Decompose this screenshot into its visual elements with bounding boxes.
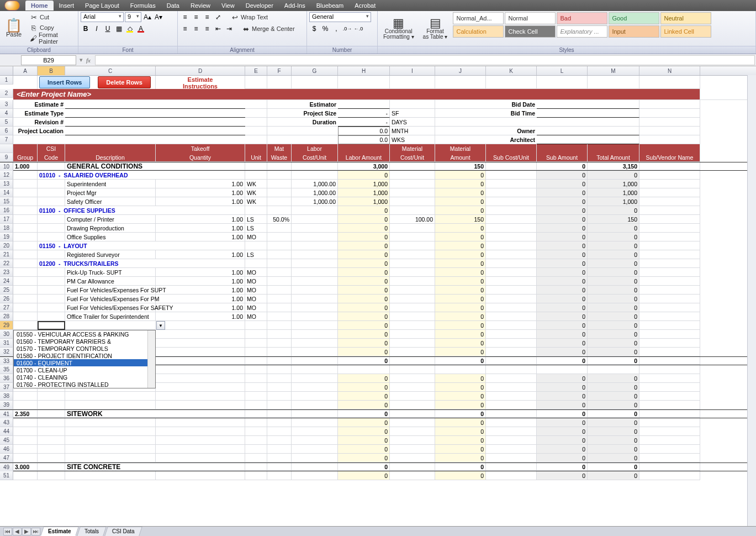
row-header-37[interactable]: 37 bbox=[0, 383, 13, 392]
align-bottom[interactable]: ≡ bbox=[202, 12, 212, 22]
row-header-9[interactable]: 9 bbox=[0, 153, 13, 162]
row-header-18[interactable]: 18 bbox=[0, 224, 13, 233]
col-header-C[interactable]: C bbox=[65, 66, 156, 75]
row-header-31[interactable]: 31 bbox=[0, 339, 13, 348]
ribbon-tab-review[interactable]: Review bbox=[185, 1, 216, 10]
ribbon-tab-page-layout[interactable]: Page Layout bbox=[80, 1, 125, 10]
number-format-dropdown[interactable]: General bbox=[309, 12, 371, 22]
row-header-3[interactable]: 3 bbox=[0, 100, 13, 109]
select-all-corner[interactable] bbox=[0, 66, 13, 75]
row-header-24[interactable]: 24 bbox=[0, 277, 13, 286]
cell-style-input[interactable]: Input bbox=[609, 25, 659, 38]
row-header-33[interactable]: 33 bbox=[0, 357, 13, 366]
cell-style-neutral[interactable]: Neutral bbox=[660, 12, 711, 24]
row-header-17[interactable]: 17 bbox=[0, 215, 13, 224]
row-header-[interactable] bbox=[0, 144, 13, 153]
col-header-K[interactable]: K bbox=[486, 66, 537, 75]
col-header-G[interactable]: G bbox=[292, 66, 338, 75]
ribbon-tab-insert[interactable]: Insert bbox=[54, 1, 80, 10]
align-left[interactable]: ≡ bbox=[180, 24, 190, 34]
row-header-1[interactable]: 1 bbox=[0, 76, 13, 85]
ribbon-tab-home[interactable]: Home bbox=[25, 1, 54, 10]
row-header-47[interactable]: 47 bbox=[0, 454, 13, 463]
wrap-text-button[interactable]: ↩Wrap Text bbox=[229, 12, 269, 22]
row-header-39[interactable]: 39 bbox=[0, 401, 13, 409]
col-header-H[interactable]: H bbox=[338, 66, 390, 75]
row-header-32[interactable]: 32 bbox=[0, 348, 13, 356]
row-header-51[interactable]: 51 bbox=[0, 471, 13, 480]
col-header-A[interactable]: A bbox=[13, 66, 38, 75]
cell-style-good[interactable]: Good bbox=[609, 12, 659, 24]
font-name-dropdown[interactable]: Arial bbox=[81, 12, 124, 22]
comma-button[interactable]: , bbox=[331, 24, 341, 34]
dropdown-option[interactable]: 01550 - VEHICULAR ACCESS & PARKING bbox=[14, 330, 155, 338]
row-header-23[interactable]: 23 bbox=[0, 268, 13, 277]
increase-font-button[interactable]: A▴ bbox=[142, 12, 152, 22]
vertical-scrollbar[interactable] bbox=[747, 75, 756, 480]
col-header-I[interactable]: I bbox=[390, 66, 435, 75]
row-header-35[interactable]: 35 bbox=[0, 365, 13, 374]
cell-style-normal[interactable]: Normal bbox=[505, 12, 556, 24]
ribbon-tab-developer[interactable]: Developer bbox=[240, 1, 279, 10]
row-header-41[interactable]: 41 bbox=[0, 410, 13, 419]
row-header-44[interactable]: 44 bbox=[0, 427, 13, 436]
row-header-4[interactable]: 4 bbox=[0, 109, 13, 118]
estimate-instructions-link[interactable]: EstimateInstructions bbox=[156, 76, 245, 89]
delete-rows-button[interactable]: Delete Rows bbox=[98, 76, 150, 88]
ribbon-tab-formulas[interactable]: Formulas bbox=[125, 1, 161, 10]
row-header-21[interactable]: 21 bbox=[0, 250, 13, 259]
insert-rows-button[interactable]: Insert Rows bbox=[39, 76, 90, 88]
dropdown-option[interactable]: 01600 - EQUIPMENT bbox=[14, 359, 155, 366]
ribbon-tab-bluebeam[interactable]: Bluebeam bbox=[311, 1, 350, 10]
ribbon-tab-add-ins[interactable]: Add-Ins bbox=[279, 1, 311, 10]
cell-style-bad[interactable]: Bad bbox=[557, 12, 607, 24]
formula-input[interactable] bbox=[95, 55, 755, 65]
align-center[interactable]: ≡ bbox=[191, 24, 201, 34]
cell-style-linked-cell[interactable]: Linked Cell bbox=[660, 25, 711, 38]
ribbon-tab-view[interactable]: View bbox=[216, 1, 240, 10]
dropdown-option[interactable]: 01560 - TEMPORARY BARRIERS & ENCLOSURES bbox=[14, 338, 155, 345]
dropdown-option[interactable]: 01580 - PROJECT IDENTIFICATION bbox=[14, 352, 155, 359]
underline-button[interactable]: U bbox=[103, 24, 113, 34]
col-header-N[interactable]: N bbox=[639, 66, 700, 75]
percent-button[interactable]: % bbox=[320, 24, 330, 34]
col-header-E[interactable]: E bbox=[245, 66, 267, 75]
row-header-36[interactable]: 36 bbox=[0, 374, 13, 383]
align-top[interactable]: ≡ bbox=[180, 12, 190, 22]
row-header-10[interactable]: 10 bbox=[0, 162, 13, 171]
increase-decimal[interactable]: .0→ bbox=[342, 24, 352, 34]
ribbon-tab-data[interactable]: Data bbox=[161, 1, 185, 10]
increase-indent[interactable]: ⇥ bbox=[224, 24, 234, 34]
row-header-14[interactable]: 14 bbox=[0, 188, 13, 197]
office-button[interactable] bbox=[4, 1, 20, 10]
row-header-45[interactable]: 45 bbox=[0, 436, 13, 445]
row-header-19[interactable]: 19 bbox=[0, 233, 13, 241]
decrease-decimal[interactable]: ←.0 bbox=[353, 24, 363, 34]
col-header-D[interactable]: D bbox=[156, 66, 245, 75]
fx-icon[interactable]: fx bbox=[83, 57, 94, 64]
active-cell[interactable] bbox=[38, 321, 65, 330]
row-header-20[interactable]: 20 bbox=[0, 241, 13, 250]
col-header-J[interactable]: J bbox=[435, 66, 486, 75]
validation-dropdown-arrow[interactable]: ▼ bbox=[156, 321, 165, 330]
row-header-49[interactable]: 49 bbox=[0, 463, 13, 472]
currency-button[interactable]: $ bbox=[309, 24, 319, 34]
validation-dropdown-list[interactable]: 01550 - VEHICULAR ACCESS & PARKING01560 … bbox=[13, 330, 156, 388]
merge-center-button[interactable]: ⬌Merge & Center bbox=[240, 24, 297, 34]
row-header-27[interactable]: 27 bbox=[0, 303, 13, 312]
cell-style-calculation[interactable]: Calculation bbox=[453, 25, 504, 38]
dropdown-scrollbar[interactable] bbox=[147, 330, 155, 388]
row-header-5[interactable]: 5 bbox=[0, 118, 13, 127]
cell-styles-gallery[interactable]: Normal_Ad...NormalBadGoodNeutralCalculat… bbox=[453, 12, 711, 46]
format-painter-button[interactable]: 🖌Format Painter bbox=[28, 33, 76, 43]
ribbon-tab-acrobat[interactable]: Acrobat bbox=[349, 1, 381, 10]
row-header-7[interactable]: 7 bbox=[0, 135, 13, 144]
row-header-25[interactable]: 25 bbox=[0, 286, 13, 295]
border-button[interactable]: ▦ bbox=[114, 24, 124, 34]
cell-style-check-cell[interactable]: Check Cell bbox=[505, 25, 556, 38]
bold-button[interactable]: B bbox=[81, 24, 91, 34]
col-header-M[interactable]: M bbox=[588, 66, 639, 75]
worksheet-grid[interactable]: 1Insert RowsDelete RowsEstimateInstructi… bbox=[0, 76, 756, 480]
decrease-font-button[interactable]: A▾ bbox=[154, 12, 163, 22]
italic-button[interactable]: I bbox=[92, 24, 102, 34]
